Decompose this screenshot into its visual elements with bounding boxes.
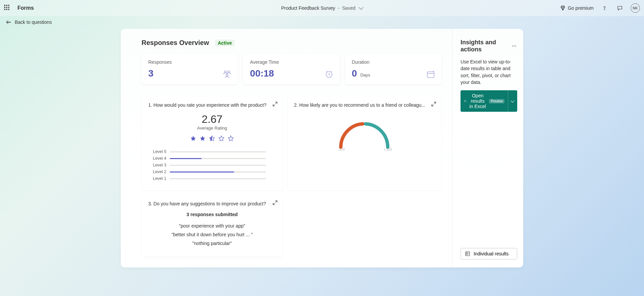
- back-to-questions-link[interactable]: Back to questions: [7, 19, 637, 25]
- stat-card-avg-time[interactable]: Average Time 00:18: [243, 54, 339, 84]
- user-avatar[interactable]: NK: [631, 3, 640, 13]
- star-outline-icon: [218, 135, 224, 141]
- main-card: Responses Overview Active Responses 3 Av…: [121, 29, 523, 267]
- stat-label: Average Time: [250, 59, 333, 65]
- svg-point-1: [224, 71, 226, 73]
- level-label: Level 1: [152, 176, 166, 181]
- expand-icon[interactable]: [273, 102, 277, 107]
- save-status: Saved: [342, 5, 356, 11]
- clock-icon: [324, 70, 334, 80]
- title-sep: -: [338, 5, 339, 11]
- stat-value: 00:18: [250, 68, 333, 79]
- expand-icon[interactable]: [431, 102, 436, 107]
- response-quote: "better shut it down before you hurt ...…: [148, 232, 276, 237]
- question-title: 2. How likely are you to recommend us to…: [294, 102, 435, 108]
- question-title: 3. Do you have any suggestions to improv…: [148, 201, 276, 206]
- help-button[interactable]: [600, 3, 609, 13]
- stat-value: 3: [148, 68, 231, 79]
- people-icon: [222, 70, 232, 80]
- more-actions-button[interactable]: ⋯: [512, 43, 517, 49]
- chat-icon: [617, 5, 623, 11]
- nps-gauge: -100 +100: [294, 117, 435, 154]
- level-bars: Level 5 Level 4 Level 3 Level 2 Level 1: [148, 149, 276, 181]
- level-label: Level 4: [152, 156, 166, 161]
- app-launcher-icon[interactable]: [4, 5, 11, 11]
- star-half-icon: [209, 135, 215, 141]
- svg-point-2: [228, 71, 230, 73]
- question-card-1: 1. How would you rate your experience wi…: [142, 96, 283, 190]
- svg-rect-5: [427, 72, 434, 78]
- top-bar: Forms Product Feedback Survey - Saved Go…: [0, 0, 644, 16]
- stat-label: Responses: [148, 59, 231, 65]
- back-link-label: Back to questions: [15, 19, 52, 25]
- excel-icon: [464, 98, 466, 104]
- insights-pane: Insights and actions ⋯ Use Excel to view…: [452, 29, 523, 267]
- diamond-icon: [560, 5, 566, 11]
- stat-card-duration[interactable]: Duration 0 Days: [345, 54, 441, 84]
- calendar-icon: [426, 70, 435, 80]
- level-label: Level 2: [152, 169, 166, 174]
- stat-value: 0 Days: [352, 68, 435, 79]
- chevron-down-icon: [511, 99, 515, 102]
- individual-results-button[interactable]: Individual results: [461, 248, 517, 259]
- svg-point-0: [604, 9, 604, 10]
- star-icon: [200, 135, 206, 141]
- open-excel-button[interactable]: Open results in Excel Preview: [461, 90, 508, 112]
- question-title: 1. How would you rate your experience wi…: [148, 102, 276, 108]
- level-label: Level 5: [152, 149, 166, 154]
- arrow-left-icon: [7, 20, 11, 24]
- insights-title: Insights and actions: [461, 39, 512, 53]
- stat-card-responses[interactable]: Responses 3: [142, 54, 238, 84]
- gauge-max-label: +100: [384, 147, 392, 151]
- avg-rating-label: Average Rating: [148, 126, 276, 131]
- responses-submitted: 3 responses submitted: [148, 212, 276, 217]
- app-name: Forms: [17, 5, 34, 11]
- level-label: Level 3: [152, 163, 166, 167]
- form-title-area[interactable]: Product Feedback Survey - Saved: [281, 5, 363, 11]
- individual-results-label: Individual results: [474, 251, 508, 256]
- feedback-button[interactable]: [615, 3, 625, 13]
- go-premium-label: Go premium: [568, 5, 594, 11]
- avg-rating-value: 2.67: [148, 113, 276, 126]
- response-quote: "nothing particular": [148, 241, 276, 246]
- question-card-3: 3. Do you have any suggestions to improv…: [142, 195, 283, 257]
- response-quote: "poor experience with your app": [148, 223, 276, 229]
- open-excel-label: Open results in Excel: [469, 93, 486, 109]
- star-outline-icon: [228, 135, 234, 141]
- insights-desc: Use Excel to view up-to-date results in …: [461, 58, 517, 86]
- preview-badge: Preview: [489, 99, 504, 103]
- open-excel-dropdown[interactable]: [508, 90, 517, 112]
- gauge-min-label: -100: [337, 147, 345, 151]
- person-list-icon: [465, 251, 470, 256]
- chevron-down-icon[interactable]: [359, 5, 364, 10]
- svg-point-9: [466, 252, 467, 253]
- left-pane: Responses Overview Active Responses 3 Av…: [121, 29, 452, 267]
- stars-row: [148, 135, 276, 141]
- overview-title: Responses Overview: [142, 39, 209, 47]
- go-premium-button[interactable]: Go premium: [560, 5, 594, 11]
- status-active-pill: Active: [215, 40, 234, 46]
- question-card-2: 2. How likely are you to recommend us to…: [287, 96, 441, 190]
- form-title: Product Feedback Survey: [281, 5, 335, 11]
- help-icon: [601, 5, 607, 11]
- stat-label: Duration: [352, 59, 435, 65]
- svg-point-3: [226, 74, 228, 76]
- expand-icon[interactable]: [273, 200, 277, 206]
- star-icon: [190, 135, 196, 141]
